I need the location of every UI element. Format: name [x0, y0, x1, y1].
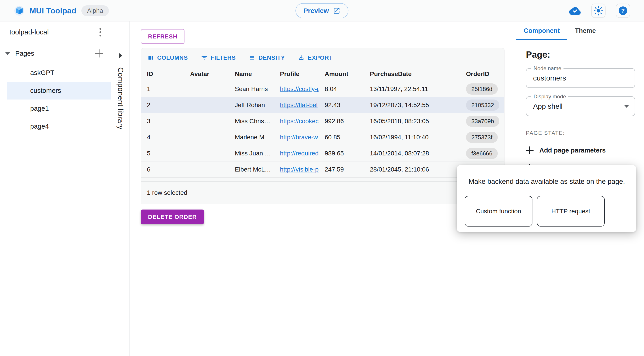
- version-badge: Alpha: [82, 5, 109, 16]
- column-header-orderid[interactable]: OrderID: [458, 70, 504, 78]
- explorer-sidebar: toolpad-local Pages askGPT customers pag…: [0, 22, 111, 356]
- expand-right-arrow-icon[interactable]: [119, 53, 122, 58]
- column-header-id[interactable]: ID: [141, 70, 184, 78]
- component-library-label: Component library: [116, 67, 125, 130]
- project-name: toolpad-local: [10, 28, 49, 36]
- column-header-name[interactable]: Name: [229, 70, 274, 78]
- data-grid-header-row: ID Avatar Name Profile Amount PurchaseDa…: [141, 67, 504, 81]
- popup-message: Make backend data available as state on …: [465, 178, 628, 186]
- display-mode-select[interactable]: Display mode App shell: [526, 96, 635, 116]
- add-query-popup: Make backend data available as state on …: [456, 165, 636, 232]
- refresh-button[interactable]: REFRESH: [141, 29, 184, 44]
- inspector-tabs: Component Theme: [516, 22, 644, 40]
- profile-link[interactable]: https://cookec: [280, 118, 319, 124]
- filters-button[interactable]: FILTERS: [201, 54, 236, 61]
- density-button-label: DENSITY: [258, 54, 285, 61]
- column-header-purchasedate[interactable]: PurchaseDate: [364, 70, 458, 78]
- collapse-arrow-icon[interactable]: [5, 52, 10, 55]
- custom-function-option[interactable]: Custom function: [465, 196, 532, 226]
- http-request-option[interactable]: HTTP request: [537, 196, 605, 226]
- cell-amount: 8.04: [319, 86, 364, 92]
- app-title: MUI Toolpad: [30, 6, 76, 15]
- grid-hscroll-area[interactable]: [141, 178, 504, 182]
- cell-id: 1: [141, 86, 184, 92]
- profile-link[interactable]: https://flat-bel: [280, 102, 318, 108]
- cell-purchasedate: 16/02/1994, 11:10:40: [364, 134, 458, 141]
- table-row[interactable]: 6 Elbert McL… http://visible-p 247.59 28…: [141, 162, 504, 178]
- sun-icon: [594, 6, 603, 16]
- delete-order-button[interactable]: DELETE ORDER: [141, 210, 204, 224]
- export-button-label: EXPORT: [308, 54, 333, 61]
- question-mark-icon: ?: [618, 6, 628, 16]
- table-row[interactable]: 1 Sean Harris https://costly-p 8.04 13/1…: [141, 81, 504, 97]
- sidebar-item-askgpt[interactable]: askGPT: [7, 64, 111, 82]
- column-header-profile[interactable]: Profile: [274, 70, 319, 78]
- profile-link[interactable]: https://costly-p: [280, 86, 319, 92]
- help-button[interactable]: ?: [616, 4, 630, 18]
- cell-id: 4: [141, 134, 184, 141]
- cell-purchasedate: 28/01/2045, 21:10:06: [364, 166, 458, 173]
- brand: MUI Toolpad Alpha: [0, 5, 109, 16]
- sidebar-item-customers[interactable]: customers: [7, 82, 111, 100]
- add-page-button[interactable]: [95, 50, 103, 58]
- table-row[interactable]: 4 Marlene M… http://brave-w 60.85 16/02/…: [141, 129, 504, 145]
- cell-purchasedate: 13/11/1997, 22:54:11: [364, 86, 458, 92]
- profile-link[interactable]: http://visible-p: [280, 166, 319, 173]
- page-heading: Page:: [526, 50, 635, 60]
- page-state-label: PAGE STATE:: [526, 130, 635, 136]
- add-page-parameters-button[interactable]: Add page parameters: [526, 146, 635, 154]
- chevron-down-icon: [624, 105, 629, 108]
- cell-purchasedate: 16/05/2018, 08:23:05: [364, 118, 458, 125]
- cell-id: 3: [141, 118, 184, 125]
- svg-text:?: ?: [621, 8, 625, 14]
- data-grid: COLUMNS FILTERS DENSITY EXPORT: [141, 48, 504, 204]
- sidebar-item-page1[interactable]: page1: [7, 100, 111, 118]
- cell-amount: 60.85: [319, 134, 364, 141]
- node-name-label: Node name: [531, 65, 564, 72]
- filters-button-label: FILTERS: [211, 54, 236, 61]
- download-icon: [298, 54, 304, 61]
- cell-amount: 92.43: [319, 102, 364, 109]
- component-library-rail[interactable]: Component library: [111, 22, 130, 356]
- profile-link[interactable]: http://required: [280, 150, 319, 157]
- cell-name: Marlene M…: [229, 134, 274, 141]
- add-page-parameters-label: Add page parameters: [539, 147, 606, 154]
- pages-tree-header: Pages: [0, 43, 111, 64]
- order-id-chip: 2105332: [466, 100, 499, 111]
- cell-name: Miss Chris…: [229, 118, 274, 125]
- display-mode-value: App shell: [533, 102, 562, 110]
- node-name-field[interactable]: Node name customers: [526, 68, 635, 88]
- cell-name: Sean Harris: [229, 86, 274, 92]
- column-header-avatar[interactable]: Avatar: [184, 70, 229, 78]
- cell-id: 5: [141, 150, 184, 157]
- export-button[interactable]: EXPORT: [298, 54, 333, 61]
- tab-theme[interactable]: Theme: [567, 22, 603, 40]
- cell-name: Jeff Rohan: [229, 102, 274, 109]
- table-row-selected[interactable]: 2 Jeff Rohan https://flat-bel 92.43 19/1…: [141, 97, 504, 113]
- filter-list-icon: [201, 54, 208, 61]
- cloud-check-icon: [569, 6, 581, 15]
- table-row[interactable]: 3 Miss Chris… https://cookec 992.86 16/0…: [141, 113, 504, 129]
- mui-toolpad-logo-icon: [14, 5, 24, 16]
- profile-link[interactable]: http://brave-w: [280, 134, 318, 141]
- order-id-chip: 33a709b: [466, 116, 499, 127]
- theme-toggle-button[interactable]: [591, 4, 606, 18]
- order-id-chip: 275373f: [466, 132, 498, 143]
- columns-button-label: COLUMNS: [157, 54, 188, 61]
- project-row: toolpad-local: [0, 22, 111, 43]
- density-button[interactable]: DENSITY: [249, 54, 285, 61]
- project-menu-kebab-icon[interactable]: [98, 26, 103, 38]
- order-id-chip: f3e6666: [466, 148, 498, 159]
- table-row[interactable]: 5 Miss Juan … http://required 989.65 14/…: [141, 145, 504, 162]
- preview-button[interactable]: Preview: [296, 3, 348, 18]
- cell-amount: 247.59: [319, 166, 364, 173]
- tab-component[interactable]: Component: [516, 22, 567, 40]
- order-id-chip: 25f186d: [466, 84, 498, 94]
- column-header-amount[interactable]: Amount: [319, 70, 364, 78]
- columns-button[interactable]: COLUMNS: [147, 54, 188, 61]
- app-header: MUI Toolpad Alpha Preview: [0, 0, 644, 22]
- display-mode-label: Display mode: [531, 94, 568, 100]
- sidebar-item-page4[interactable]: page4: [7, 118, 111, 135]
- cell-name: Miss Juan …: [229, 150, 274, 157]
- cell-amount: 989.65: [319, 150, 364, 157]
